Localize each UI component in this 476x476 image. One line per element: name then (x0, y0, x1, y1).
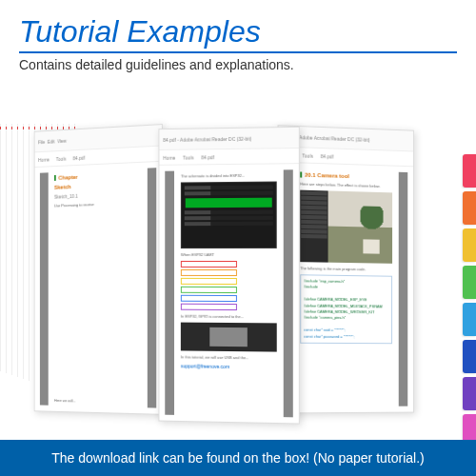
footer-banner: The download link can be found on the bo… (0, 440, 476, 476)
tab-tools[interactable]: Tools (183, 154, 193, 160)
window-title: 84.pdf - Adobe Acrobat Reader DC (32-bit… (163, 135, 251, 142)
footer-text: Here we will... (54, 398, 141, 405)
camera-controls (300, 190, 327, 263)
section-heading: Sketch (54, 181, 141, 190)
esp32-image (181, 323, 277, 352)
document-stage: File Edit View Home Tools 84.pdf Chapter… (0, 82, 476, 434)
page-gutter (148, 168, 156, 407)
color-legend (181, 261, 277, 310)
stacked-page-spine (0, 124, 1, 371)
side-tab[interactable] (463, 154, 476, 188)
board-diagram (181, 182, 277, 249)
side-tab[interactable] (463, 191, 476, 225)
body-text: In this tutorial, we will use USB and th… (181, 354, 277, 360)
doc-tab[interactable]: 84.pdf (321, 153, 334, 159)
body-text: Use Processing to receive (54, 200, 141, 208)
camera-feed (328, 190, 392, 263)
code-line: const char* password = "*****"; (304, 333, 388, 340)
menu-item[interactable]: View (57, 137, 67, 143)
subtitle: Contains detailed guidelines and explana… (0, 57, 476, 82)
pdf-page-2: 84.pdf - Adobe Acrobat Reader DC (32-bit… (158, 127, 299, 425)
side-tab[interactable] (463, 266, 476, 299)
section-title: 20.1 Camera tool (300, 171, 392, 180)
footer-text: The download link can be found on the bo… (51, 450, 424, 466)
pot-icon (363, 239, 379, 253)
side-tab[interactable] (463, 228, 476, 262)
color-side-tabs (463, 154, 476, 476)
camera-screenshot (300, 190, 392, 264)
color-swatch (181, 287, 237, 293)
stacked-page-spine (23, 124, 24, 379)
plant-icon (360, 206, 383, 239)
stacked-page-spine (29, 124, 30, 381)
color-swatch (181, 295, 237, 302)
color-swatch (181, 278, 237, 285)
page-gutter (40, 172, 49, 405)
stacked-page-spine (6, 124, 7, 373)
code-caption: The following is the main program code. (300, 266, 392, 272)
menu-item[interactable]: File (38, 139, 45, 145)
tab-tools[interactable]: Tools (303, 152, 313, 158)
page-gutter (165, 171, 174, 415)
color-swatch (181, 269, 237, 276)
body-text: In ESP32, GPIO is connected to the... (181, 314, 277, 320)
body-text: The schematic is divided into ESP32... (181, 172, 277, 178)
tab-home[interactable]: Home (163, 154, 175, 160)
main-title: Tutorial Examples (0, 0, 476, 51)
tab-tools[interactable]: Tools (56, 155, 66, 161)
chapter-heading: Chapter (54, 171, 141, 181)
stacked-page-spine (11, 124, 12, 375)
color-swatch (181, 304, 237, 310)
title-underline (19, 51, 457, 53)
stacked-page-spine (17, 124, 18, 377)
body-text: When ESP32 UART (181, 252, 277, 257)
doc-tab[interactable]: 84.pdf (201, 154, 214, 160)
pdf-page-1: File Edit View Home Tools 84.pdf Chapter… (34, 124, 163, 415)
color-swatch (181, 261, 237, 268)
pdf-toolbar: 84.pdf - Adobe Acrobat Reader DC (32-bit… (159, 128, 298, 150)
sketch-name: Sketch_10.1 (54, 190, 141, 199)
menu-item[interactable]: Edit (48, 138, 55, 144)
doc-tab[interactable]: 84.pdf (73, 154, 86, 161)
body-text: Here are steps below. The effect is show… (300, 182, 392, 189)
tab-home[interactable]: Home (38, 156, 50, 162)
page-gutter (284, 169, 293, 417)
support-link[interactable]: support@freenove.com (181, 363, 277, 369)
side-tab[interactable] (463, 377, 476, 410)
side-tab[interactable] (463, 303, 476, 336)
pdf-tabbar: Home Tools 84.pdf (159, 149, 298, 166)
side-tab[interactable] (463, 340, 476, 373)
code-block: #include "esp_camera.h"#include #define … (300, 274, 392, 344)
page-gutter (399, 172, 408, 407)
